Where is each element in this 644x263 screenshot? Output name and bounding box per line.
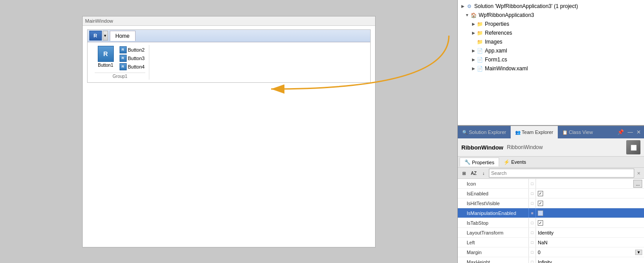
prop-search-input[interactable] [489, 169, 634, 178]
ribbon-big-button[interactable]: R Button1 [95, 46, 117, 68]
prop-value-istabstop: ✓ [536, 218, 644, 227]
class-view-tab-icon: 📋 [562, 130, 568, 135]
prop-tab-team-explorer-label: Team Explorer [522, 129, 553, 135]
prop-indicator-maxheight: □ [529, 257, 536, 263]
ribbon-app-dropdown[interactable]: ▼ [103, 31, 108, 40]
prop-row-left[interactable]: Left □ NaN [458, 238, 644, 247]
prop-subtab-events-icon: ⚡ [504, 159, 510, 165]
prop-indicator-ismanipulationenabled: ■ [529, 208, 536, 218]
prop-name-left: Left [458, 238, 529, 247]
prop-row-ismanipulationenabled[interactable]: IsManipulationEnabled ■ [458, 208, 644, 218]
tree-item-project[interactable]: ▼ 🏠 WpfRibbonApplication3 [458, 11, 644, 20]
prop-subtab-properties[interactable]: 🔧 Properties [460, 158, 499, 166]
tree-item-images[interactable]: 📁 Images [458, 37, 644, 46]
ribbon-small-label-2: Button2 [128, 47, 145, 53]
tree-arrow-properties: ▶ [470, 22, 476, 26]
prop-checkbox-isenabled[interactable]: ✓ [538, 191, 543, 196]
ribbon-container: R ▼ Home R Button1 R [87, 29, 371, 83]
prop-row-maxheight[interactable]: MaxHeight □ Infinity [458, 257, 644, 263]
prop-indicator-istabstop: □ [529, 218, 536, 227]
tree-item-form1[interactable]: ▶ 📄 Form1.cs [458, 55, 644, 64]
properties-title: RibbonWindow [461, 144, 503, 151]
prop-tab-solution-explorer[interactable]: 🔍 Solution Explorer [458, 126, 511, 138]
ribbon-small-button-4[interactable]: R Button4 [119, 63, 146, 71]
prop-value-btn-icon[interactable]: ... [633, 180, 642, 188]
ribbon-small-button-2[interactable]: R Button2 [119, 46, 146, 54]
tree-icon-mainwindow: 📄 [476, 65, 484, 72]
tree-icon-images: 📁 [476, 38, 484, 45]
prop-subtab-events-label: Events [511, 159, 526, 165]
tree-label-appxaml: App.xaml [485, 48, 507, 54]
tree-item-properties[interactable]: ▶ 📁 Properties [458, 20, 644, 28]
prop-checkbox-istabstop[interactable]: ✓ [538, 220, 543, 226]
prop-row-margin[interactable]: Margin □ 0 ▼ [458, 247, 644, 257]
prop-sort-category-button[interactable]: ⊞ [460, 169, 468, 178]
right-panel: ▶ ⚙ Solution 'WpfRibbonApplication3' (1 … [457, 0, 644, 263]
tree-arrow-project: ▼ [464, 13, 470, 17]
prop-search-clear-button[interactable]: ✕ [635, 169, 642, 178]
ribbon-small-label-3: Button3 [128, 56, 145, 61]
prop-tab-class-view[interactable]: 📋 Class View [558, 126, 597, 138]
prop-checkbox-ishittestvisible[interactable]: ✓ [538, 201, 543, 206]
ribbon-small-buttons: R Button2 R Button3 R Button4 [119, 46, 146, 71]
tree-icon-references: 📁 [476, 29, 484, 36]
prop-subtab-events[interactable]: ⚡ Events [499, 158, 531, 166]
prop-text-layouttransform: Identity [538, 230, 553, 235]
tree-arrow-images [470, 40, 476, 44]
tree-arrow-mainwindow: ▶ [470, 66, 476, 71]
prop-subtab-properties-label: Properties [472, 160, 494, 165]
tree-arrow-references: ▶ [470, 31, 476, 35]
ribbon-small-icon-2: R [120, 46, 127, 53]
prop-sort-az-down-button[interactable]: ↓ [479, 169, 488, 178]
ribbon-group-items: R Button1 R Button2 R Button3 [95, 46, 146, 71]
tree-arrow-appxaml: ▶ [470, 49, 476, 53]
prop-row-icon[interactable]: Icon □ ... [458, 179, 644, 189]
prop-subtabs: 🔧 Properties ⚡ Events [458, 157, 644, 168]
prop-subtab-properties-icon: 🔧 [464, 159, 471, 165]
prop-value-layouttransform: Identity [536, 228, 644, 237]
prop-indicator-margin: □ [529, 247, 536, 257]
ribbon-tab-bar: R ▼ Home [88, 30, 370, 42]
prop-text-margin: 0 [538, 250, 540, 255]
prop-checkbox-ismanipulationenabled[interactable] [538, 210, 543, 216]
ribbon-big-icon: R [98, 46, 114, 62]
prop-pin-button[interactable]: 📌 [616, 129, 625, 135]
canvas-title: MainWindow [83, 16, 375, 26]
design-canvas: MainWindow R ▼ Home R Button1 [82, 16, 376, 247]
ribbon-small-button-3[interactable]: R Button3 [119, 54, 146, 62]
prop-row-ishittestvisible[interactable]: IsHitTestVisible □ ✓ [458, 198, 644, 208]
tree-label-images: Images [485, 39, 502, 45]
prop-tab-class-view-label: Class View [569, 129, 593, 135]
prop-sort-alpha-button[interactable]: AZ [469, 169, 478, 178]
prop-row-isenabled[interactable]: IsEnabled □ ✓ [458, 189, 644, 198]
properties-header: RibbonWindow RibbonWindow ◼ [458, 138, 644, 157]
prop-scroll-btn-margin[interactable]: ▼ [635, 250, 642, 255]
tree-item-mainwindow[interactable]: ▶ 📄 MainWindow.xaml [458, 64, 644, 73]
prop-minimize-button[interactable]: — [626, 129, 634, 135]
tree-icon-appxaml: 📄 [476, 47, 484, 54]
ribbon-tab-home[interactable]: Home [110, 31, 136, 41]
solution-tree: ▶ ⚙ Solution 'WpfRibbonApplication3' (1 … [458, 0, 644, 75]
prop-indicator-left: □ [529, 238, 536, 247]
ribbon-small-icon-3: R [120, 55, 127, 62]
prop-indicator-icon: □ [529, 179, 536, 188]
prop-panel-controls: 📌 — ✕ [616, 129, 644, 135]
prop-row-istabstop[interactable]: IsTabStop □ ✓ [458, 218, 644, 228]
ribbon-app-button[interactable]: R [89, 31, 102, 40]
ribbon-group1: R Button1 R Button2 R Button3 [91, 45, 150, 80]
tree-item-appxaml[interactable]: ▶ 📄 App.xaml [458, 46, 644, 55]
tree-label-project: WpfRibbonApplication3 [479, 12, 534, 18]
prop-close-button[interactable]: ✕ [635, 129, 642, 135]
prop-row-layouttransform[interactable]: LayoutTransform □ Identity [458, 228, 644, 238]
tree-icon-solution: ⚙ [466, 3, 473, 10]
tree-label-form1: Form1.cs [485, 57, 507, 63]
ribbon-group-name: Group1 [95, 73, 146, 79]
prop-name-isenabled: IsEnabled [458, 189, 529, 198]
prop-tab-team-explorer[interactable]: 👥 Team Explorer [511, 126, 558, 138]
tree-icon-project: 🏠 [470, 12, 477, 19]
tree-item-references[interactable]: ▶ 📁 References [458, 28, 644, 37]
prop-name-layouttransform: LayoutTransform [458, 228, 529, 237]
team-explorer-tab-icon: 👥 [515, 130, 520, 135]
tree-item-solution[interactable]: ▶ ⚙ Solution 'WpfRibbonApplication3' (1 … [458, 2, 644, 11]
prop-table: Icon □ ... IsEnabled □ ✓ IsHitTestVisibl… [458, 179, 644, 263]
